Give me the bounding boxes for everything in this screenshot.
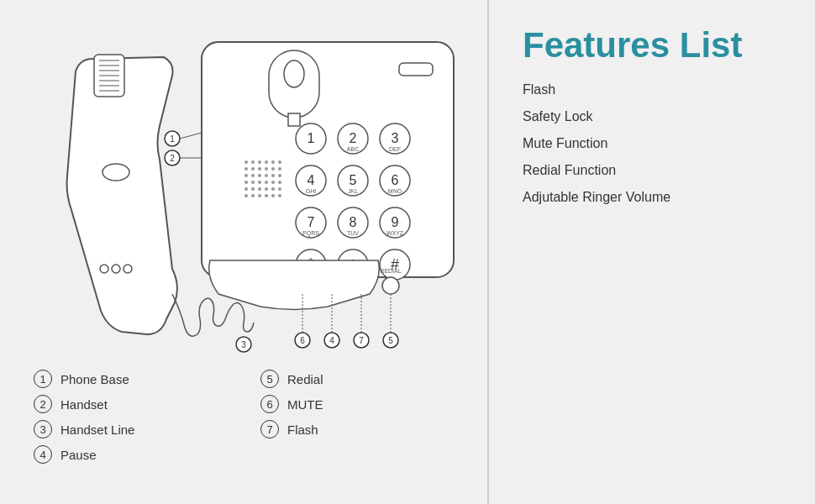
svg-text:4: 4 — [308, 173, 315, 187]
legend-label-6: MUTE — [287, 397, 323, 412]
legend-num-4: 4 — [34, 445, 52, 464]
svg-point-38 — [258, 174, 261, 177]
svg-text:DEF: DEF — [389, 146, 401, 152]
legend-label-2: Handset — [60, 397, 108, 412]
legend-item-4: 4 Pause — [34, 445, 227, 464]
legend-item-3: 3 Handset Line — [34, 420, 227, 438]
legend-label-7: Flash — [287, 423, 318, 437]
svg-point-45 — [265, 181, 268, 184]
legend-label-4: Pause — [60, 448, 97, 462]
svg-point-36 — [244, 174, 248, 177]
svg-point-29 — [278, 160, 281, 164]
feature-ringer: Adjutable Ringer Volume — [523, 190, 781, 205]
legend-num-1: 1 — [34, 370, 52, 388]
legend-num-2: 2 — [34, 395, 52, 413]
svg-text:MNO: MNO — [388, 188, 402, 194]
svg-point-25 — [251, 160, 255, 164]
legend-item-6: 6 MUTE — [260, 395, 454, 413]
feature-safety-lock: Safety Lock — [523, 109, 781, 124]
svg-rect-21 — [288, 113, 300, 126]
legend-num-5: 5 — [260, 370, 279, 388]
svg-point-48 — [244, 187, 248, 191]
legend-item-2: 2 Handset — [34, 395, 227, 413]
svg-point-100 — [382, 277, 399, 294]
svg-point-9 — [100, 265, 108, 273]
svg-text:JKL: JKL — [348, 188, 358, 194]
svg-text:5: 5 — [388, 336, 393, 345]
legend-num-7: 7 — [260, 420, 279, 438]
svg-point-54 — [244, 194, 248, 197]
feature-flash: Flash — [523, 82, 781, 97]
svg-point-32 — [258, 167, 261, 171]
svg-point-43 — [251, 181, 255, 184]
svg-point-53 — [278, 187, 281, 191]
svg-point-51 — [265, 187, 268, 191]
svg-point-27 — [265, 160, 268, 164]
svg-rect-18 — [202, 42, 454, 277]
legend-label-1: Phone Base — [60, 372, 129, 386]
svg-point-59 — [278, 194, 281, 197]
svg-point-49 — [251, 187, 255, 191]
feature-mute: Mute Function — [523, 136, 781, 151]
svg-text:5: 5 — [350, 173, 357, 187]
svg-point-40 — [271, 174, 275, 177]
svg-point-20 — [284, 60, 304, 87]
svg-point-35 — [278, 167, 281, 171]
svg-point-56 — [258, 194, 261, 197]
svg-rect-22 — [399, 63, 433, 76]
legend-label-3: Handset Line — [60, 423, 134, 437]
svg-text:GHI: GHI — [306, 188, 317, 194]
svg-point-58 — [271, 194, 275, 197]
svg-point-52 — [271, 187, 275, 191]
svg-point-28 — [271, 160, 275, 164]
legend-item-7: 7 Flash — [260, 420, 454, 438]
legend: 1 Phone Base 5 Redial 2 Handset 6 MUTE 3… — [17, 361, 471, 472]
svg-text:3: 3 — [392, 131, 399, 145]
svg-point-47 — [278, 181, 281, 184]
legend-num-3: 3 — [34, 420, 52, 438]
svg-point-55 — [251, 194, 255, 197]
svg-text:TUV: TUV — [347, 230, 359, 236]
svg-text:6: 6 — [392, 173, 399, 187]
svg-line-14 — [180, 133, 202, 139]
svg-point-10 — [112, 265, 120, 273]
svg-text:PQRS: PQRS — [302, 230, 319, 237]
svg-text:2: 2 — [170, 154, 175, 163]
right-panel: Features List Flash Safety Lock Mute Fun… — [488, 0, 815, 504]
svg-point-37 — [251, 174, 255, 177]
svg-point-41 — [278, 174, 281, 177]
phone-svg: 1 2 — [17, 8, 487, 361]
svg-point-34 — [271, 167, 275, 171]
svg-point-11 — [124, 265, 132, 273]
svg-text:3: 3 — [241, 340, 246, 349]
svg-point-39 — [265, 174, 268, 177]
legend-item-5: 5 Redial — [260, 370, 454, 388]
svg-text:9: 9 — [392, 215, 399, 229]
features-list: Flash Safety Lock Mute Function Redial F… — [523, 82, 781, 217]
handset-group: 1 2 — [67, 55, 202, 334]
legend-item-1: 1 Phone Base — [34, 370, 227, 388]
svg-point-46 — [271, 181, 275, 184]
phone-diagram: 1 2 — [17, 8, 471, 361]
svg-text:ABC: ABC — [347, 146, 359, 152]
svg-text:7: 7 — [308, 215, 315, 229]
svg-point-26 — [258, 160, 261, 164]
svg-point-31 — [251, 167, 255, 171]
left-panel: 1 2 — [0, 0, 487, 504]
phone-base-group: 1 2 ABC 3 DEF 4 GHI 5 JKL — [172, 42, 454, 352]
svg-text:1: 1 — [308, 131, 315, 145]
svg-point-8 — [103, 164, 129, 181]
svg-point-33 — [265, 167, 268, 171]
svg-point-57 — [265, 194, 268, 197]
feature-redial: Redial Function — [523, 163, 781, 178]
svg-point-42 — [244, 181, 248, 184]
features-title: Features List — [523, 25, 781, 66]
svg-point-30 — [244, 167, 248, 171]
svg-text:8: 8 — [350, 215, 357, 229]
svg-point-44 — [258, 181, 261, 184]
svg-text:1: 1 — [170, 134, 175, 144]
svg-text:REDIAL: REDIAL — [380, 268, 401, 274]
svg-text:6: 6 — [300, 336, 305, 345]
svg-text:2: 2 — [350, 131, 357, 145]
svg-point-50 — [258, 187, 261, 191]
